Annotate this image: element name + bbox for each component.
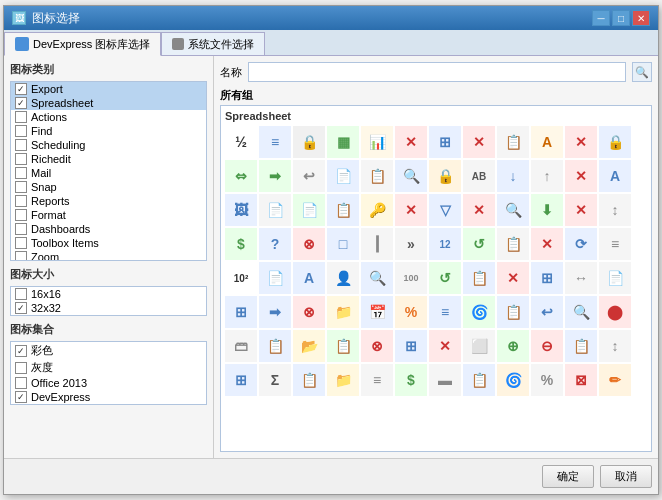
icon-cell-28[interactable]: 🔑: [361, 194, 393, 226]
icon-cell-57[interactable]: ⊞: [531, 262, 563, 294]
icon-cell-32[interactable]: 🔍: [497, 194, 529, 226]
icon-cell-12[interactable]: ⇔: [225, 160, 257, 192]
category-checkbox-format[interactable]: [15, 209, 27, 221]
icon-cell-47[interactable]: ≡: [599, 228, 631, 260]
category-checkbox-dashboards[interactable]: [15, 223, 27, 235]
icon-cell-94[interactable]: ⊠: [565, 364, 597, 396]
icon-cell-24[interactable]: 🖼: [225, 194, 257, 226]
icon-cell-62[interactable]: ⊗: [293, 296, 325, 328]
icon-cell-70[interactable]: 🔍: [565, 296, 597, 328]
category-checkbox-richedit[interactable]: [15, 153, 27, 165]
icon-cell-10[interactable]: ✕: [565, 126, 597, 158]
size-item-32[interactable]: 32x32: [11, 301, 206, 315]
icon-cell-23[interactable]: A: [599, 160, 631, 192]
icon-cell-34[interactable]: ✕: [565, 194, 597, 226]
category-checkbox-snap[interactable]: [15, 181, 27, 193]
icon-cell-6[interactable]: ⊞: [429, 126, 461, 158]
icon-cell-82[interactable]: 📋: [565, 330, 597, 362]
icon-cell-38[interactable]: ⊗: [293, 228, 325, 260]
category-item-mail[interactable]: Mail: [11, 166, 206, 180]
icon-cell-93[interactable]: %: [531, 364, 563, 396]
category-checkbox-actions[interactable]: [15, 111, 27, 123]
cancel-button[interactable]: 取消: [600, 465, 652, 488]
icon-cell-56[interactable]: ✕: [497, 262, 529, 294]
icon-cell-36[interactable]: $: [225, 228, 257, 260]
icon-cell-72[interactable]: 🗃: [225, 330, 257, 362]
icon-cell-17[interactable]: 🔍: [395, 160, 427, 192]
icon-cell-48[interactable]: 10²: [225, 262, 257, 294]
icon-cell-39[interactable]: □: [327, 228, 359, 260]
icon-cell-37[interactable]: ?: [259, 228, 291, 260]
icon-cell-68[interactable]: 📋: [497, 296, 529, 328]
icon-cell-13[interactable]: ➡: [259, 160, 291, 192]
icon-cell-63[interactable]: 📁: [327, 296, 359, 328]
icon-cell-8[interactable]: 📋: [497, 126, 529, 158]
icon-cell-11[interactable]: 🔒: [599, 126, 631, 158]
tab-devexpress[interactable]: DevExpress 图标库选择: [4, 32, 161, 56]
icon-cell-22[interactable]: ✕: [565, 160, 597, 192]
category-item-find[interactable]: Find: [11, 124, 206, 138]
icon-cell-87[interactable]: 📁: [327, 364, 359, 396]
icon-cell-40[interactable]: ┃: [361, 228, 393, 260]
icon-cell-66[interactable]: ≡: [429, 296, 461, 328]
icon-cell-15[interactable]: 📄: [327, 160, 359, 192]
icon-cell-29[interactable]: ✕: [395, 194, 427, 226]
icon-cell-2[interactable]: 🔒: [293, 126, 325, 158]
icon-cell-3[interactable]: ▦: [327, 126, 359, 158]
icon-cell-55[interactable]: 📋: [463, 262, 495, 294]
collection-checkbox-color[interactable]: [15, 345, 27, 357]
icon-cell-46[interactable]: ⟳: [565, 228, 597, 260]
icon-cell-21[interactable]: ↑: [531, 160, 563, 192]
icon-cell-88[interactable]: ≡: [361, 364, 393, 396]
category-item-scheduling[interactable]: Scheduling: [11, 138, 206, 152]
category-item-zoom[interactable]: Zoom: [11, 250, 206, 261]
icon-cell-33[interactable]: ⬇: [531, 194, 563, 226]
category-item-spreadsheet[interactable]: Spreadsheet: [11, 96, 206, 110]
icon-cell-7[interactable]: ✕: [463, 126, 495, 158]
icon-cell-85[interactable]: Σ: [259, 364, 291, 396]
minimize-button[interactable]: ─: [592, 10, 610, 26]
icon-cell-25[interactable]: 📄: [259, 194, 291, 226]
icon-cell-27[interactable]: 📋: [327, 194, 359, 226]
icon-cell-59[interactable]: 📄: [599, 262, 631, 294]
icon-cell-77[interactable]: ⊞: [395, 330, 427, 362]
icon-cell-58[interactable]: ↔: [565, 262, 597, 294]
icon-cell-20[interactable]: ↓: [497, 160, 529, 192]
icon-cell-41[interactable]: »: [395, 228, 427, 260]
category-checkbox-zoom[interactable]: [15, 251, 27, 261]
collection-item-gray[interactable]: 灰度: [11, 359, 206, 376]
icon-cell-4[interactable]: 📊: [361, 126, 393, 158]
category-checkbox-find[interactable]: [15, 125, 27, 137]
collection-checkbox-gray[interactable]: [15, 362, 27, 374]
icon-cell-9[interactable]: A: [531, 126, 563, 158]
size-list[interactable]: 16x16 32x32: [10, 286, 207, 316]
icon-cell-73[interactable]: 📋: [259, 330, 291, 362]
icon-cell-83[interactable]: ↕: [599, 330, 631, 362]
search-button[interactable]: 🔍: [632, 62, 652, 82]
icon-cell-18[interactable]: 🔒: [429, 160, 461, 192]
icon-cell-42[interactable]: 12: [429, 228, 461, 260]
category-list[interactable]: Export Spreadsheet Actions Find: [10, 81, 207, 261]
icon-cell-0[interactable]: ½: [225, 126, 257, 158]
icon-cell-50[interactable]: A: [293, 262, 325, 294]
icon-cell-49[interactable]: 📄: [259, 262, 291, 294]
search-input[interactable]: [248, 62, 626, 82]
icon-cell-45[interactable]: ✕: [531, 228, 563, 260]
icon-cell-16[interactable]: 📋: [361, 160, 393, 192]
collection-list[interactable]: 彩色 灰度 Office 2013 DevExpress: [10, 341, 207, 405]
category-checkbox-export[interactable]: [15, 83, 27, 95]
icon-cell-84[interactable]: ⊞: [225, 364, 257, 396]
icon-cell-44[interactable]: 📋: [497, 228, 529, 260]
icon-cell-79[interactable]: ⬜: [463, 330, 495, 362]
category-item-toolbox[interactable]: Toolbox Items: [11, 236, 206, 250]
collection-checkbox-office2013[interactable]: [15, 377, 27, 389]
icon-cell-14[interactable]: ↩: [293, 160, 325, 192]
icon-cell-1[interactable]: ≡: [259, 126, 291, 158]
icon-cell-43[interactable]: ↺: [463, 228, 495, 260]
category-item-snap[interactable]: Snap: [11, 180, 206, 194]
collection-checkbox-devexpress[interactable]: [15, 391, 27, 403]
icon-cell-74[interactable]: 📂: [293, 330, 325, 362]
icon-cell-53[interactable]: 100: [395, 262, 427, 294]
icon-cell-75[interactable]: 📋: [327, 330, 359, 362]
icon-cell-60[interactable]: ⊞: [225, 296, 257, 328]
